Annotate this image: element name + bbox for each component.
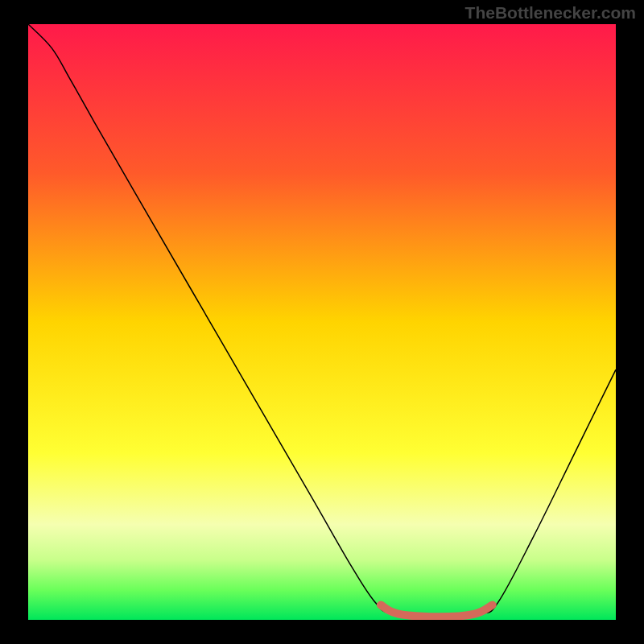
watermark-text: TheBottlenecker.com [465, 3, 636, 23]
gradient-background [28, 24, 616, 620]
chart-plot-area [28, 24, 616, 620]
chart-svg [28, 24, 616, 620]
